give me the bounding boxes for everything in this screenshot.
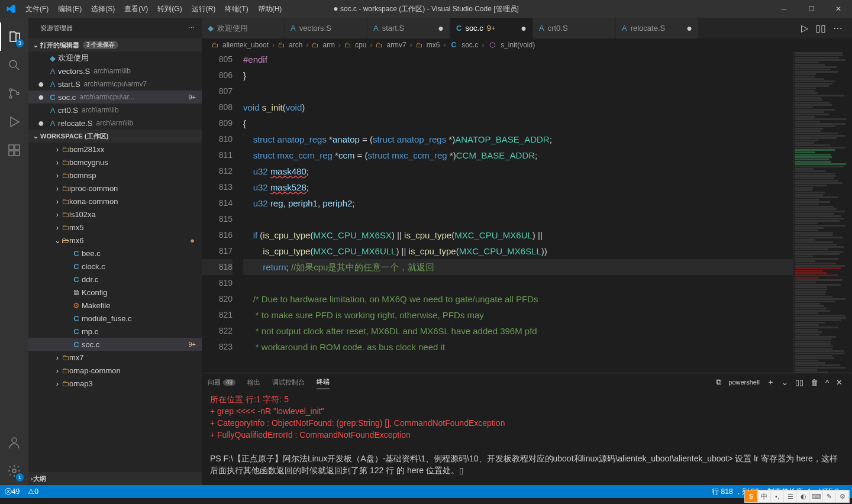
editor-tab[interactable]: Arelocate.S● (616, 18, 699, 38)
ime-toolbar[interactable]: S 中•,☰◐⌨✎⚙ (744, 490, 850, 503)
svg-rect-6 (9, 151, 14, 156)
status-warnings[interactable]: ⚠ 0 (28, 487, 38, 496)
minimap[interactable] (793, 51, 852, 373)
terminal-shell-icon[interactable]: ⧉ (716, 377, 721, 387)
menu-item[interactable]: 选择(S) (86, 4, 120, 14)
editor-tab[interactable]: Csoc.c9+● (450, 18, 533, 38)
tree-file[interactable]: Cclock.c (28, 260, 202, 273)
tree-file[interactable]: Cmodule_fuse.c (28, 312, 202, 325)
tree-folder[interactable]: ›🗀mx5 (28, 221, 202, 234)
maximize-panel-icon[interactable]: ^ (825, 378, 829, 387)
search-icon[interactable] (0, 51, 28, 79)
menu-item[interactable]: 终端(T) (220, 4, 253, 14)
svg-point-3 (17, 92, 19, 95)
tree-file[interactable]: Cmp.c (28, 325, 202, 338)
line-numbers: 8058068078088098108118128138148158168178… (202, 51, 243, 373)
editor-tabs: ◆欢迎使用 Avectors.S Astart.S● Csoc.c9+● Acr… (202, 18, 852, 38)
terminal-shell-label[interactable]: powershell (728, 379, 760, 386)
tree-folder[interactable]: ⌄🗁mx6● (28, 234, 202, 247)
tab-problems[interactable]: 问题49 (208, 376, 235, 389)
status-bar: ⓧ 49 ⚠ 0 行 818 ，列 36 制表符长度: 4 UTF-8 (0, 485, 852, 498)
open-editor-item[interactable]: ● Arelocate.Sarch\arm\lib (28, 117, 202, 130)
workspace-header[interactable]: ⌄WORKSPACE (工作区) (28, 130, 202, 143)
svg-point-0 (9, 60, 17, 67)
outline-header[interactable]: ›大纲 (28, 472, 202, 485)
account-icon[interactable] (0, 428, 28, 457)
bottom-panel: 问题49 输出 调试控制台 终端 ⧉ powershell ＋ ⌄ ▯▯ 🗑 ^… (202, 373, 852, 485)
menu-item[interactable]: 查看(V) (120, 4, 153, 14)
editor-tab[interactable]: Avectors.S (285, 18, 367, 38)
title-bar: 文件(F)编辑(E)选择(S)查看(V)转到(G)运行(R)终端(T)帮助(H)… (0, 0, 852, 18)
close-button[interactable]: ✕ (825, 0, 852, 18)
breadcrumb[interactable]: 🗀 alientek_uboot›🗀 arch›🗀 arm›🗀 cpu›🗀 ar… (202, 38, 852, 51)
tab-more-icon[interactable]: ⋯ (833, 22, 843, 34)
menu-item[interactable]: 编辑(E) (53, 4, 86, 14)
code-editor[interactable]: #endif} void s_init(void){ struct anatop… (243, 51, 793, 373)
app-menu[interactable]: 文件(F)编辑(E)选择(S)查看(V)转到(G)运行(R)终端(T)帮助(H) (21, 4, 286, 14)
tree-folder[interactable]: ›🗀bcmcygnus (28, 156, 202, 169)
tree-folder[interactable]: ›🗀ls102xa (28, 208, 202, 221)
tab-output[interactable]: 输出 (247, 376, 260, 389)
svg-rect-4 (9, 145, 14, 150)
open-editor-item[interactable]: ● Acrt0.Sarch\arm\lib (28, 104, 202, 117)
settings-gear-icon[interactable]: 1 (0, 457, 28, 485)
menu-item[interactable]: 文件(F) (21, 4, 53, 14)
maximize-button[interactable]: ☐ (798, 0, 825, 18)
tree-folder[interactable]: ›🗀omap3 (28, 377, 202, 390)
open-editor-item[interactable]: ● ◆欢迎使用 (28, 51, 202, 64)
tree-file[interactable]: Cddr.c (28, 273, 202, 286)
svg-point-9 (12, 469, 16, 473)
tree-file[interactable]: Cbee.c (28, 247, 202, 260)
tree-file[interactable]: ⚙Makefile (28, 299, 202, 312)
kill-terminal-icon[interactable]: 🗑 (811, 378, 818, 387)
sidebar-more-icon[interactable]: ⋯ (188, 24, 195, 32)
open-editor-item[interactable]: ● Csoc.carch\arm\cpu\ar... 9+ (28, 91, 202, 104)
editor-tab[interactable]: ◆欢迎使用 (202, 18, 285, 38)
editor-tab[interactable]: Acrt0.S (533, 18, 616, 38)
tree-folder[interactable]: ›🗀bcm281xx (28, 143, 202, 156)
explorer-icon[interactable]: 3 (0, 22, 28, 51)
vscode-logo-icon (0, 4, 21, 14)
unsaved-badge: 3 个未保存 (83, 41, 118, 49)
close-panel-icon[interactable]: ✕ (836, 378, 843, 387)
tree-folder[interactable]: ›🗀kona-common (28, 195, 202, 208)
activity-bar: 3 1 (0, 18, 28, 485)
sidebar: 资源管理器 ⋯ ⌄打开的编辑器 3 个未保存 ● ◆欢迎使用 ● Avector… (28, 18, 202, 485)
tree-folder[interactable]: ›🗀mx7 (28, 351, 202, 364)
open-editors-header[interactable]: ⌄打开的编辑器 3 个未保存 (28, 38, 202, 51)
tree-folder[interactable]: ›🗀iproc-common (28, 182, 202, 195)
menu-item[interactable]: 转到(G) (153, 4, 186, 14)
source-control-icon[interactable] (0, 79, 28, 108)
tree-file[interactable]: 🗎Kconfig (28, 286, 202, 299)
tree-folder[interactable]: ›🗀bcmnsp (28, 169, 202, 182)
split-editor-icon[interactable]: ▯▯ (815, 22, 826, 34)
tab-terminal[interactable]: 终端 (317, 375, 330, 389)
sidebar-title: 资源管理器 (40, 24, 73, 33)
split-terminal-icon[interactable]: ▯▯ (795, 378, 803, 387)
explorer-badge: 3 (16, 39, 24, 47)
svg-rect-7 (15, 151, 20, 156)
open-editor-item[interactable]: ● Avectors.Sarch\arm\lib (28, 64, 202, 77)
settings-badge: 1 (16, 473, 24, 482)
minimize-button[interactable]: ─ (770, 0, 798, 18)
svg-point-2 (9, 96, 12, 98)
editor-tab[interactable]: Astart.S● (367, 18, 450, 38)
menu-item[interactable]: 运行(R) (187, 4, 221, 14)
extensions-icon[interactable] (0, 136, 28, 164)
svg-point-1 (9, 89, 12, 91)
run-icon[interactable]: ▷ (801, 22, 808, 34)
terminal[interactable]: 所在位置 行:1 字符: 5+ grep <<<< -nR "lowlevel_… (202, 391, 852, 485)
window-title: ● soc.c - workspace (工作区) - Visual Studi… (333, 4, 519, 14)
tab-debug-console[interactable]: 调试控制台 (272, 376, 305, 389)
new-terminal-button[interactable]: ＋ (767, 377, 774, 387)
open-editor-item[interactable]: ● Astart.Sarch\arm\cpu\armv7 (28, 77, 202, 91)
tree-file[interactable]: Csoc.c9+ (28, 338, 202, 351)
terminal-dropdown-icon[interactable]: ⌄ (782, 378, 788, 387)
svg-point-8 (12, 438, 17, 442)
tree-folder[interactable]: ›🗀omap-common (28, 364, 202, 377)
run-debug-icon[interactable] (0, 108, 28, 136)
menu-item[interactable]: 帮助(H) (253, 4, 287, 14)
sogou-icon[interactable]: S (745, 490, 758, 502)
svg-rect-5 (15, 145, 20, 150)
status-errors[interactable]: ⓧ 49 (5, 487, 20, 497)
